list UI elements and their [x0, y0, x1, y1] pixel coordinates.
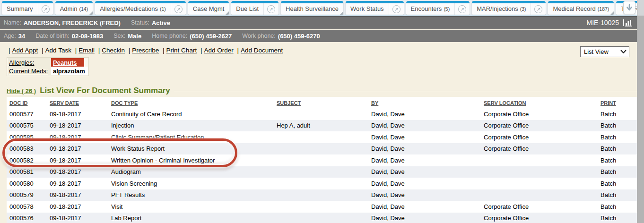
- tab-label: Admin: [60, 5, 78, 12]
- table-row[interactable]: 000057609-18-2017Lab ReportDavid, DaveCo…: [7, 213, 637, 223]
- popout-icon: ↗: [174, 5, 183, 13]
- popout-icon: ↗: [392, 5, 400, 13]
- tab-health-surveillance[interactable]: Health Surveillance: [281, 1, 343, 15]
- tab-admin[interactable]: Admin(14): [55, 1, 93, 15]
- cell-print: Batch: [598, 131, 637, 143]
- popout-button[interactable]: ↗: [531, 3, 546, 15]
- header-print[interactable]: PRINT: [598, 97, 637, 108]
- current-meds-label[interactable]: Current Meds:: [8, 67, 51, 75]
- table-row[interactable]: 000057809-18-2017VisitDavid, DaveCorpora…: [7, 201, 637, 213]
- separator: |: [40, 47, 45, 54]
- table-row[interactable]: 000058009-18-2017Vision ScreeningDavid, …: [7, 178, 637, 189]
- separator: |: [235, 47, 241, 54]
- prescribe-link[interactable]: Prescribe: [132, 47, 159, 54]
- patient-age: 34: [18, 33, 25, 40]
- popout-button[interactable]: ↗: [263, 3, 278, 15]
- tab-mar-injections[interactable]: MAR/Injections(3) ↗: [472, 1, 546, 15]
- table-row-highlighted[interactable]: 000058209-18-2017Written Opinion - Crimi…: [7, 154, 637, 166]
- tab-case-mgmt[interactable]: Case Mgmt: [188, 1, 229, 15]
- table-row[interactable]: 000058109-18-2017AudiogramDavid, DaveBat…: [7, 166, 637, 178]
- add-document-link[interactable]: Add Document: [241, 47, 283, 54]
- cell-subject: [274, 178, 368, 189]
- more-tabs-button[interactable]: [623, 1, 635, 14]
- cell-print: Batch: [598, 120, 637, 132]
- vertical-scrollbar[interactable]: [637, 0, 644, 223]
- table-row[interactable]: 000058509-18-2017Clinic Summary/Patient …: [7, 131, 637, 143]
- cell-serv-location: Corporate Office: [481, 201, 598, 213]
- name-label: Name:: [4, 19, 21, 26]
- cell-print: Batch: [598, 166, 637, 178]
- tab-label: MAR/Injections: [477, 5, 518, 12]
- cell-doc-id: 0000578: [7, 201, 47, 213]
- header-by[interactable]: BY: [368, 97, 481, 108]
- bar-chart-icon[interactable]: [623, 19, 633, 26]
- cell-serv-location: [481, 166, 598, 178]
- cell-by: David, Dave: [368, 154, 481, 166]
- allergies-label[interactable]: Allergies:: [8, 58, 51, 67]
- popout-button[interactable]: ↗: [38, 3, 53, 15]
- popout-button[interactable]: ↗: [171, 3, 186, 15]
- cell-serv-date: 09-18-2017: [47, 166, 108, 178]
- separator: |: [73, 47, 79, 54]
- cell-print: Batch: [598, 213, 637, 223]
- separator: |: [161, 47, 166, 54]
- cell-print: Batch: [598, 143, 637, 155]
- tab-count: (187): [598, 6, 609, 12]
- cell-doc-type: Lab Report: [108, 213, 274, 223]
- table-row[interactable]: 000057709-18-2017Continuity of Care Reco…: [7, 108, 637, 120]
- table-row-highlighted[interactable]: 000058309-18-2017Work Status ReportDavid…: [7, 143, 637, 155]
- med-item-alprazolam[interactable]: alprazolam: [51, 67, 88, 75]
- cell-serv-date: 09-18-2017: [47, 178, 108, 189]
- popout-icon: ↗: [267, 5, 275, 13]
- tab-work-status[interactable]: Work Status ↗: [346, 1, 404, 15]
- allergy-item-peanuts[interactable]: Peanuts: [51, 58, 84, 67]
- cell-doc-id: 0000575: [7, 120, 47, 132]
- header-serv-date[interactable]: SERV DATE: [47, 97, 108, 108]
- tab-label: Allergies/Medications: [100, 5, 158, 12]
- document-summary-header: Hide ( 26 ) List View For Document Summa…: [7, 86, 637, 95]
- add-appt-link[interactable]: Add Appt: [12, 47, 38, 54]
- cell-by: David, Dave: [368, 143, 481, 155]
- cell-serv-location: [481, 154, 598, 166]
- view-mode-select[interactable]: List View: [580, 46, 629, 57]
- cell-by: David, Dave: [368, 166, 481, 178]
- header-subject[interactable]: SUBJECT: [274, 97, 368, 108]
- tab-encounters[interactable]: Encounters(5) ↗: [406, 1, 470, 15]
- sex-label: Sex:: [113, 33, 125, 39]
- cell-doc-type: Work Status Report: [108, 143, 274, 155]
- view-mode-value: List View: [584, 48, 609, 55]
- tab-label: Summary: [7, 5, 33, 12]
- cell-subject: [274, 189, 368, 201]
- tab-due-list[interactable]: Due List ↗: [231, 1, 278, 15]
- popout-icon: ↗: [534, 5, 542, 13]
- email-link[interactable]: Email: [78, 47, 95, 54]
- add-task-link[interactable]: Add Task: [45, 47, 71, 54]
- work-phone: (650) 459-6270: [278, 33, 320, 40]
- print-chart-link[interactable]: Print Chart: [166, 47, 197, 54]
- tab-count: (3): [520, 6, 526, 12]
- hide-section-link[interactable]: Hide ( 26 ): [7, 87, 36, 94]
- cell-subject: [274, 201, 368, 213]
- cell-doc-id: 0000577: [7, 108, 47, 120]
- add-order-link[interactable]: Add Order: [204, 47, 233, 54]
- separator: |: [7, 47, 12, 54]
- table-row[interactable]: 000057509-18-2017InjectionHep A, adultDa…: [7, 120, 637, 132]
- tab-allergies-medications[interactable]: Allergies/Medications(1) ↗: [95, 1, 186, 15]
- header-doc-type[interactable]: DOC TYPE: [108, 97, 274, 108]
- header-doc-id[interactable]: DOC ID: [7, 97, 47, 108]
- cell-serv-location: [481, 189, 598, 201]
- table-row[interactable]: 000057909-18-2017PFT ResultsDavid, DaveB…: [7, 189, 637, 201]
- cell-serv-date: 09-18-2017: [47, 189, 108, 201]
- cell-doc-id: 0000579: [7, 189, 47, 201]
- popout-button[interactable]: ↗: [454, 3, 470, 15]
- header-serv-location[interactable]: SERV LOCATION: [481, 97, 598, 108]
- tab-summary[interactable]: Summary ↗: [2, 1, 53, 15]
- cell-serv-date: 09-18-2017: [47, 120, 108, 132]
- cell-serv-date: 09-18-2017: [47, 108, 108, 120]
- separator: |: [96, 47, 102, 54]
- popout-button[interactable]: ↗: [389, 3, 404, 15]
- patient-status: Active: [152, 19, 170, 26]
- cell-subject: [274, 143, 368, 155]
- tab-medical-record[interactable]: Medical Record(187): [548, 1, 614, 15]
- checkin-link[interactable]: Checkin: [102, 47, 125, 54]
